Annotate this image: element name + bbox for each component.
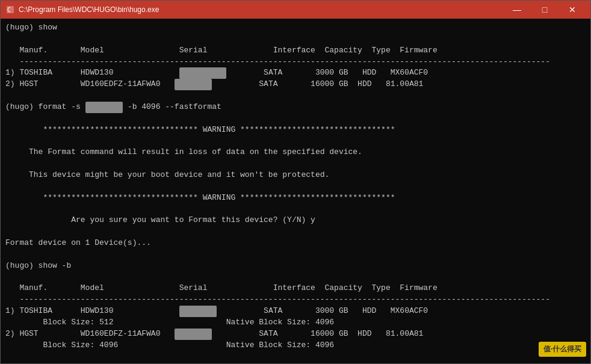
app-icon: C <box>5 5 15 14</box>
serial-blur-3: 2C████MN <box>85 102 123 113</box>
terminal-line-1: (hugo) show Manuf. Model Serial Interfac… <box>5 23 550 363</box>
svg-text:C: C <box>7 7 11 13</box>
minimize-button[interactable]: — <box>504 1 530 19</box>
maximize-button[interactable]: □ <box>531 1 558 19</box>
terminal-body[interactable]: (hugo) show Manuf. Model Serial Interfac… <box>1 19 590 363</box>
titlebar-title: C:\Program Files\WDC\HUGO\bin\hugo.exe <box>19 5 504 14</box>
app-window: C C:\Program Files\WDC\HUGO\bin\hugo.exe… <box>0 0 591 364</box>
serial-blur-4: ████████ <box>179 306 217 317</box>
serial-blur-1: 2C██████D <box>179 67 226 79</box>
close-button[interactable]: ✕ <box>559 1 586 19</box>
serial-blur-5: 2C████MN <box>175 329 212 340</box>
titlebar: C C:\Program Files\WDC\HUGO\bin\hugo.exe… <box>1 1 590 19</box>
watermark: 值·什么得买 <box>539 342 586 357</box>
window-controls: — □ ✕ <box>504 1 586 19</box>
serial-blur-2: 2C████MN <box>175 79 212 90</box>
